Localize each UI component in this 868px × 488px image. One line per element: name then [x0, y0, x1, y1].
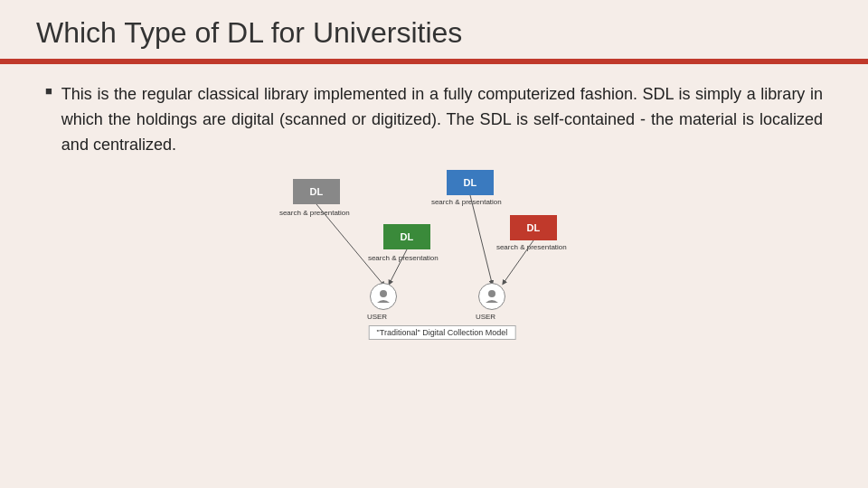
svg-line-2 — [470, 195, 492, 283]
dl-box-blue: DL — [447, 170, 494, 195]
slide-content: ■ This is the regular classical library … — [0, 64, 868, 351]
diagram: DL DL DL DL search & presentation search… — [252, 165, 632, 342]
user-label-2: USER — [476, 313, 495, 321]
search-label-3: search & presentation — [368, 254, 439, 262]
user-circle-2 — [478, 283, 505, 310]
dl-box-green: DL — [383, 224, 430, 249]
diagram-container: DL DL DL DL search & presentation search… — [61, 165, 823, 342]
bullet-text: This is the regular classical library im… — [61, 82, 823, 158]
user-circle-1 — [370, 283, 397, 310]
svg-point-4 — [380, 290, 387, 297]
user-label-1: USER — [367, 313, 387, 321]
slide: Which Type of DL for Universities ■ This… — [0, 0, 868, 488]
bullet-icon: ■ — [45, 84, 52, 99]
bullet-content: This is the regular classical library im… — [61, 82, 823, 342]
svg-point-5 — [488, 290, 495, 297]
dl-box-gray: DL — [293, 179, 340, 204]
diagram-title: "Traditional" Digital Collection Model — [369, 325, 516, 340]
slide-title: Which Type of DL for Universities — [36, 16, 832, 50]
search-label-4: search & presentation — [496, 243, 567, 251]
search-label-2: search & presentation — [431, 198, 502, 206]
search-label-1: search & presentation — [279, 209, 350, 217]
dl-box-red: DL — [510, 215, 557, 240]
slide-header: Which Type of DL for Universities — [0, 0, 868, 59]
